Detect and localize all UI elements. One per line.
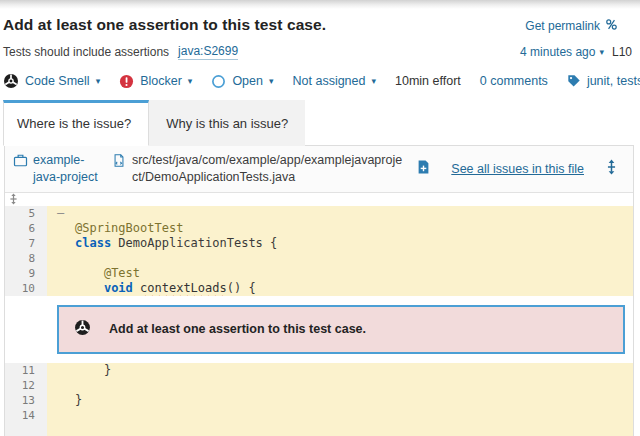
code-content bbox=[47, 251, 633, 266]
chevron-down-icon: ▾ bbox=[96, 76, 101, 86]
code-smell-icon bbox=[74, 319, 91, 340]
line-reference: L10 bbox=[612, 45, 632, 59]
code-content bbox=[47, 378, 633, 393]
code-content: – bbox=[47, 206, 633, 221]
chevron-down-icon: ▾ bbox=[599, 47, 604, 57]
line-number[interactable]: 11 bbox=[5, 363, 47, 378]
assignee-dropdown[interactable]: Not assigned ▾ bbox=[293, 74, 377, 88]
code-line: 13} bbox=[5, 393, 633, 408]
rule-description: Tests should include assertions bbox=[3, 45, 169, 59]
code-content: @Test bbox=[47, 266, 633, 281]
tags-dropdown[interactable]: junit, tests ▾ bbox=[567, 74, 640, 88]
line-number[interactable]: 5 bbox=[5, 206, 47, 221]
tab-where-is-the-issue[interactable]: Where is the issue? bbox=[3, 100, 149, 146]
line-number[interactable]: 12 bbox=[5, 378, 47, 393]
line-number[interactable]: 7 bbox=[5, 236, 47, 251]
issue-type-dropdown[interactable]: Code Smell ▾ bbox=[3, 73, 100, 89]
line-number bbox=[5, 296, 47, 363]
pin-file-button[interactable] bbox=[416, 159, 431, 178]
blocker-icon bbox=[119, 74, 134, 89]
file-icon bbox=[112, 152, 126, 173]
code-line: 6@SpringBootTest bbox=[5, 221, 633, 236]
effort-label: 10min effort bbox=[395, 74, 461, 88]
code-line: 10 void contextLoads() { bbox=[5, 281, 633, 296]
page-title: Add at least one assertion to this test … bbox=[3, 16, 326, 34]
issue-cell: Add at least one assertion to this test … bbox=[47, 296, 633, 363]
file-path: src/test/java/com/example/app/examplejav… bbox=[132, 152, 406, 186]
expand-lines-above-button[interactable] bbox=[8, 193, 19, 205]
code-content: @SpringBootTest bbox=[47, 221, 633, 236]
code-viewer: 5–6@SpringBootTest7class DemoApplication… bbox=[5, 193, 633, 436]
tag-icon bbox=[567, 74, 581, 88]
code-rows: 5–6@SpringBootTest7class DemoApplication… bbox=[5, 206, 633, 436]
tab-why-is-this-an-issue[interactable]: Why is this an issue? bbox=[149, 100, 305, 146]
get-permalink-link[interactable]: Get permalink bbox=[525, 18, 618, 34]
issue-age: 4 minutes ago bbox=[520, 45, 595, 59]
see-all-issues-link[interactable]: See all issues in this file bbox=[451, 162, 584, 176]
assignee-label: Not assigned bbox=[293, 74, 366, 88]
code-line: 7class DemoApplicationTests { bbox=[5, 236, 633, 251]
code-smell-icon bbox=[3, 73, 19, 89]
comments-link[interactable]: 0 comments bbox=[480, 74, 548, 88]
issue-message: Add at least one assertion to this test … bbox=[109, 322, 366, 337]
line-number[interactable]: 10 bbox=[5, 281, 47, 296]
issue-inline-row: Add at least one assertion to this test … bbox=[5, 296, 633, 363]
code-line bbox=[5, 423, 633, 436]
get-permalink-label: Get permalink bbox=[525, 19, 600, 33]
fold-marker[interactable]: – bbox=[57, 206, 75, 221]
rule-key-link[interactable]: java:S2699 bbox=[178, 44, 238, 60]
issue-header: Add at least one assertion to this test … bbox=[0, 9, 640, 89]
code-line: 9 @Test bbox=[5, 266, 633, 281]
issue-tabs: Where is the issue? Why is this an issue… bbox=[0, 100, 640, 146]
status-dropdown[interactable]: Open ▾ bbox=[211, 74, 273, 89]
code-content: } bbox=[47, 393, 633, 408]
code-content bbox=[47, 423, 633, 436]
code-content: void contextLoads() { bbox=[47, 281, 633, 296]
project-link[interactable]: example-java-project bbox=[33, 152, 102, 186]
open-status-icon bbox=[211, 74, 226, 89]
issue-type-label: Code Smell bbox=[25, 74, 90, 88]
line-number[interactable]: 6 bbox=[5, 221, 47, 236]
code-panel: example-java-project src/test/java/com/e… bbox=[4, 145, 634, 436]
issue-message-box[interactable]: Add at least one assertion to this test … bbox=[57, 305, 625, 354]
severity-label: Blocker bbox=[140, 74, 182, 88]
line-number[interactable]: 13 bbox=[5, 393, 47, 408]
line-number[interactable]: 9 bbox=[5, 266, 47, 281]
code-line: 12 bbox=[5, 378, 633, 393]
code-content: class DemoApplicationTests { bbox=[47, 236, 633, 251]
top-shadow bbox=[0, 0, 640, 9]
code-line: 8 bbox=[5, 251, 633, 266]
chevron-down-icon: ▾ bbox=[371, 76, 376, 86]
permalink-icon bbox=[605, 18, 618, 34]
issue-age-dropdown[interactable]: 4 minutes ago ▾ bbox=[520, 45, 604, 59]
line-number bbox=[5, 423, 47, 436]
file-header: example-java-project src/test/java/com/e… bbox=[5, 146, 633, 193]
project-icon bbox=[13, 152, 28, 171]
severity-dropdown[interactable]: Blocker ▾ bbox=[119, 74, 192, 89]
chevron-down-icon: ▾ bbox=[188, 76, 193, 86]
expand-file-icon[interactable] bbox=[604, 159, 619, 178]
status-label: Open bbox=[232, 74, 263, 88]
chevron-down-icon: ▾ bbox=[269, 76, 274, 86]
line-number[interactable]: 14 bbox=[5, 408, 47, 423]
code-line: 14 bbox=[5, 408, 633, 423]
code-line: 11 } bbox=[5, 363, 633, 378]
issue-toolbar: Code Smell ▾ Blocker ▾ Open ▾ bbox=[3, 73, 632, 89]
code-line: 5– bbox=[5, 206, 633, 221]
tags-label: junit, tests bbox=[587, 74, 640, 88]
code-content bbox=[47, 408, 633, 423]
code-content: } bbox=[47, 363, 633, 378]
line-number[interactable]: 8 bbox=[5, 251, 47, 266]
